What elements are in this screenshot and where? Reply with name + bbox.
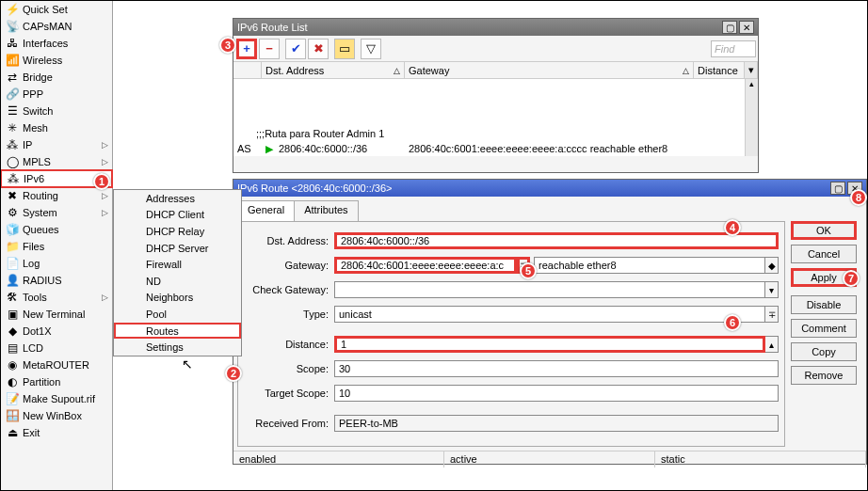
- submenu-item-neighbors[interactable]: Neighbors: [114, 290, 241, 307]
- submenu-item-nd[interactable]: ND: [114, 273, 241, 290]
- check-gateway-input[interactable]: [334, 281, 765, 298]
- close-icon[interactable]: ✕: [739, 21, 754, 34]
- menu-icon: ✳: [5, 120, 20, 135]
- sidebar-item-label: RADIUS: [23, 275, 108, 286]
- sidebar-item-make-supout-rif[interactable]: 📝 Make Supout.rif: [1, 390, 112, 407]
- submenu-item-dhcp-server[interactable]: DHCP Server: [114, 240, 241, 257]
- route-comment: ;;; Ruta para Router Admin 1: [233, 126, 758, 141]
- scope-input[interactable]: 30: [334, 360, 779, 377]
- submenu-item-dhcp-client[interactable]: DHCP Client: [114, 207, 241, 224]
- comment-button[interactable]: ▭: [334, 39, 355, 59]
- sidebar-item-label: Quick Set: [23, 4, 108, 15]
- type-input[interactable]: unicast: [334, 306, 765, 323]
- sidebar-item-system[interactable]: ⚙ System ▷: [1, 204, 112, 221]
- menu-icon: ⁂: [6, 171, 21, 186]
- tab-attributes[interactable]: Attributes: [294, 200, 358, 221]
- submenu-item-label: Neighbors: [146, 292, 193, 303]
- distance-input[interactable]: 1: [334, 336, 765, 353]
- comment-button[interactable]: Comment: [791, 319, 857, 338]
- menu-icon: ▣: [5, 307, 20, 322]
- sidebar-item-files[interactable]: 📁 Files: [1, 238, 112, 255]
- dst-address-input[interactable]: 2806:40c:6000::/36: [334, 232, 779, 249]
- chevron-right-icon: ▷: [102, 140, 108, 150]
- col-flags[interactable]: [233, 62, 262, 78]
- cancel-button[interactable]: Cancel: [791, 245, 857, 263]
- submenu-item-pool[interactable]: Pool: [114, 306, 241, 323]
- sidebar-item-wireless[interactable]: 📶 Wireless: [1, 52, 112, 69]
- sidebar-item-label: CAPsMAN: [23, 21, 108, 32]
- chevron-right-icon: ▷: [102, 208, 108, 217]
- find-input[interactable]: Find: [711, 40, 756, 57]
- sidebar-item-capsman[interactable]: 📡 CAPsMAN: [1, 18, 112, 35]
- callout-5: 5: [520, 262, 537, 279]
- disable-button[interactable]: ✖: [308, 39, 329, 59]
- submenu-item-settings[interactable]: Settings: [114, 339, 241, 356]
- scrollbar[interactable]: ▴: [745, 79, 758, 156]
- sidebar-item-dot1x[interactable]: ◆ Dot1X: [1, 323, 112, 340]
- sidebar-item-radius[interactable]: 👤 RADIUS: [1, 272, 112, 289]
- sidebar-item-mesh[interactable]: ✳ Mesh: [1, 119, 112, 136]
- sidebar-item-label: Bridge: [23, 71, 108, 83]
- sidebar-item-log[interactable]: 📄 Log: [1, 255, 112, 272]
- sidebar-item-exit[interactable]: ⏏ Exit: [1, 424, 112, 441]
- dst-cell: 2806:40c:6000::/36: [275, 143, 405, 154]
- remove-button[interactable]: −: [259, 39, 280, 59]
- callout-3: 3: [219, 37, 236, 54]
- menu-icon: ✖: [5, 188, 20, 203]
- submenu-item-routes[interactable]: Routes: [114, 323, 241, 340]
- sidebar-item-interfaces[interactable]: 🖧 Interfaces: [1, 35, 112, 52]
- submenu-item-addresses[interactable]: Addresses: [114, 190, 241, 207]
- sidebar-item-label: LCD: [23, 342, 108, 354]
- disable-button[interactable]: Disable: [791, 295, 857, 314]
- sidebar-item-label: Tools: [23, 292, 102, 303]
- sidebar-item-lcd[interactable]: ▤ LCD: [1, 340, 112, 356]
- sidebar-item-bridge[interactable]: ⇄ Bridge: [1, 69, 112, 86]
- sidebar-item-ip[interactable]: ⁂ IP ▷: [1, 136, 112, 153]
- ok-button[interactable]: OK: [791, 221, 857, 240]
- type-dropdown-icon[interactable]: ∓: [765, 306, 779, 323]
- route-row[interactable]: AS ▶ 2806:40c:6000::/36 2806:40c:6001:ee…: [233, 141, 758, 156]
- col-dst[interactable]: Dst. Address△: [262, 62, 405, 78]
- sidebar-item-switch[interactable]: ☰ Switch: [1, 103, 112, 119]
- sidebar-item-label: New WinBox: [23, 410, 108, 421]
- chevron-right-icon: ▷: [102, 191, 108, 200]
- callout-6: 6: [724, 314, 741, 331]
- filter-button[interactable]: ▽: [361, 39, 381, 59]
- sidebar-item-routing[interactable]: ✖ Routing ▷: [1, 187, 112, 204]
- sidebar-item-label: PPP: [23, 88, 108, 100]
- sidebar-item-metarouter[interactable]: ◉ MetaROUTER: [1, 356, 112, 373]
- submenu-item-firewall[interactable]: Firewall: [114, 256, 241, 273]
- col-menu-icon[interactable]: ▾: [745, 62, 758, 78]
- sidebar-item-quick-set[interactable]: ⚡ Quick Set: [1, 1, 112, 18]
- sidebar-item-queues[interactable]: 🧊 Queues: [1, 221, 112, 238]
- gateway-input[interactable]: 2806:40c:6001:eeee:eeee:eeee:a:c: [334, 257, 517, 274]
- submenu-item-dhcp-relay[interactable]: DHCP Relay: [114, 223, 241, 240]
- col-gateway[interactable]: Gateway△: [405, 62, 694, 78]
- maximize-icon[interactable]: ▢: [722, 21, 737, 34]
- menu-icon: 📝: [5, 391, 20, 406]
- copy-button[interactable]: Copy: [791, 342, 857, 361]
- maximize-icon[interactable]: ▢: [830, 182, 845, 195]
- enable-button[interactable]: ✔: [285, 39, 306, 59]
- sidebar-item-label: Files: [23, 241, 108, 252]
- distance-up-icon[interactable]: ▴: [765, 336, 779, 353]
- sidebar-item-new-terminal[interactable]: ▣ New Terminal: [1, 306, 112, 323]
- tab-general[interactable]: General: [237, 200, 295, 221]
- sidebar-item-new-winbox[interactable]: 🪟 New WinBox: [1, 407, 112, 424]
- sidebar-item-mpls[interactable]: ◯ MPLS ▷: [1, 153, 112, 170]
- add-button[interactable]: +: [236, 39, 257, 59]
- submenu-item-label: DHCP Client: [146, 209, 204, 220]
- submenu-item-label: Settings: [146, 341, 184, 353]
- sidebar-item-tools[interactable]: 🛠 Tools ▷: [1, 289, 112, 306]
- window-title: IPv6 Route List: [237, 22, 720, 33]
- sidebar-item-ppp[interactable]: 🔗 PPP: [1, 86, 112, 103]
- menu-icon: ⇄: [5, 70, 20, 85]
- target-scope-input[interactable]: 10: [334, 385, 779, 402]
- col-distance[interactable]: Distance: [694, 62, 745, 78]
- ipv6-submenu: AddressesDHCP ClientDHCP RelayDHCP Serve…: [113, 189, 242, 356]
- checkgw-dropdown-icon[interactable]: ▾: [765, 281, 779, 298]
- sidebar-item-partition[interactable]: ◐ Partition: [1, 373, 112, 390]
- gateway-stepper-icon[interactable]: ◆: [765, 257, 779, 274]
- sidebar-item-label: Mesh: [23, 122, 108, 134]
- remove-button[interactable]: Remove: [791, 366, 857, 385]
